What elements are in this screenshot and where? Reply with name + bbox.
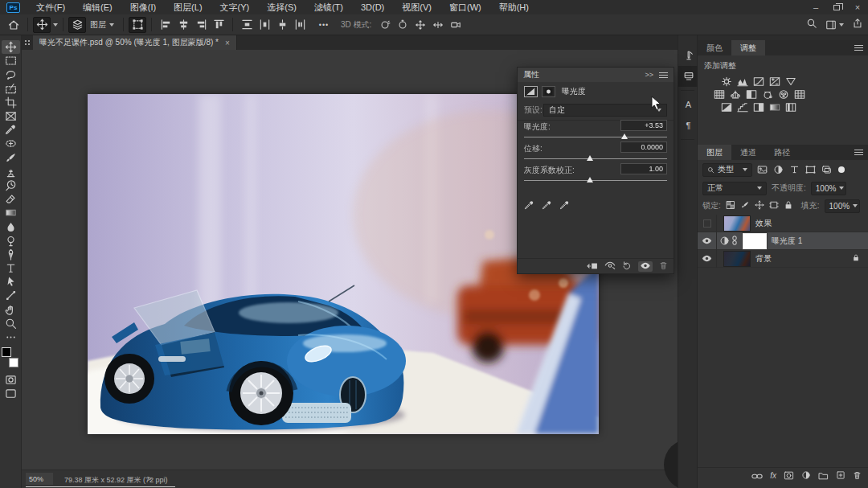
new-group-folder-icon[interactable] — [818, 469, 829, 483]
exposure-icon[interactable] — [768, 76, 781, 87]
history-panel-icon[interactable] — [678, 45, 698, 66]
3d-orbit-icon[interactable] — [376, 17, 394, 33]
distribute-spacing-icon[interactable] — [291, 17, 309, 33]
brightness-contrast-icon[interactable] — [720, 76, 733, 87]
align-right-edges-icon[interactable] — [192, 17, 210, 33]
panel-menu-icon[interactable] — [854, 150, 863, 155]
foreground-background-swatches[interactable] — [2, 347, 19, 368]
lock-all-icon[interactable] — [784, 200, 793, 211]
link-layers-icon[interactable] — [751, 469, 763, 483]
tab-adjustments[interactable]: 调整 — [731, 40, 765, 55]
offset-slider-track[interactable] — [524, 158, 667, 159]
tab-layers[interactable]: 图层 — [698, 145, 731, 160]
layer-mask-thumbnail-selected[interactable] — [743, 233, 767, 249]
panel-menu-icon[interactable] — [854, 45, 863, 51]
exposure-value-field[interactable]: +3.53 — [620, 120, 667, 131]
3d-roll-icon[interactable] — [394, 17, 411, 33]
document-tab[interactable]: 曝光不足课件.psd @ 50% (曝光度 1, 图层蒙版/8) * × — [33, 35, 237, 50]
invert-icon[interactable] — [720, 101, 733, 113]
black-white-icon[interactable] — [745, 88, 758, 100]
align-horizontal-centers-icon[interactable] — [174, 17, 192, 33]
layer-name[interactable]: 效果 — [755, 218, 772, 229]
threshold-icon[interactable] — [752, 101, 765, 113]
workspace-switcher[interactable] — [825, 19, 844, 31]
menu-type[interactable]: 文字(Y) — [211, 2, 259, 14]
curves-icon[interactable] — [752, 76, 765, 87]
menu-view[interactable]: 视图(V) — [393, 2, 440, 14]
delete-layer-trash-icon[interactable] — [853, 469, 862, 483]
layer-row-effects[interactable]: 效果 — [698, 215, 868, 232]
fill-dropdown[interactable]: 100% — [825, 199, 860, 213]
menu-file[interactable]: 文件(F) — [27, 2, 74, 14]
new-adjustment-layer-icon[interactable] — [801, 469, 811, 483]
menu-help[interactable]: 帮助(H) — [490, 2, 538, 14]
gamma-slider-thumb[interactable] — [587, 177, 593, 182]
mask-link-icon[interactable] — [731, 236, 738, 247]
eyedropper-tool[interactable] — [2, 123, 20, 137]
auto-select-toggle[interactable] — [68, 17, 86, 33]
collapse-panel-icon[interactable]: >> — [645, 71, 653, 79]
hue-saturation-icon[interactable] — [713, 88, 726, 100]
opacity-dropdown[interactable]: 100% — [811, 182, 846, 195]
lock-image-pixels-icon[interactable] — [740, 200, 750, 211]
delete-adjustment-trash-icon[interactable] — [659, 260, 668, 272]
object-selection-tool[interactable] — [2, 82, 20, 96]
menu-select[interactable]: 选择(S) — [258, 2, 305, 14]
hand-tool[interactable] — [2, 303, 20, 317]
selective-color-icon[interactable] — [784, 101, 797, 113]
layer-name[interactable]: 曝光度 1 — [772, 236, 802, 247]
auto-select-target-dropdown[interactable]: 图层 — [86, 18, 118, 32]
exposure-slider-thumb[interactable] — [621, 133, 628, 139]
close-button[interactable]: × — [847, 0, 868, 14]
align-top-edges-icon[interactable] — [210, 17, 227, 33]
gradient-map-icon[interactable] — [768, 101, 781, 113]
filter-adjustment-layers-icon[interactable] — [772, 165, 784, 174]
shape-tool[interactable] — [2, 289, 20, 302]
reset-adjustment-icon[interactable] — [622, 260, 632, 272]
blur-tool[interactable] — [2, 219, 20, 233]
panel-menu-icon[interactable] — [659, 72, 668, 78]
distribute-horizontal-icon[interactable] — [256, 17, 273, 33]
tab-paths[interactable]: 路径 — [765, 145, 799, 160]
clone-stamp-tool[interactable] — [2, 165, 20, 178]
view-previous-state-icon[interactable] — [604, 261, 616, 271]
offset-slider-thumb[interactable] — [587, 155, 593, 161]
levels-icon[interactable] — [736, 76, 749, 87]
background-color-swatch[interactable] — [9, 358, 18, 367]
zoom-tool[interactable] — [2, 317, 20, 330]
layer-thumbnail[interactable] — [723, 215, 751, 232]
character-panel-icon[interactable]: A — [678, 94, 698, 115]
dodge-tool[interactable] — [2, 234, 20, 248]
foreground-color-swatch[interactable] — [2, 347, 11, 357]
menu-3d[interactable]: 3D(D) — [352, 2, 393, 12]
home-icon[interactable] — [5, 17, 23, 33]
lock-artboard-icon[interactable] — [769, 200, 779, 211]
color-balance-icon[interactable] — [729, 88, 742, 100]
paragraph-panel-icon[interactable]: ¶ — [678, 115, 698, 136]
layer-name[interactable]: 背景 — [755, 253, 772, 265]
exposure-slider-track[interactable] — [524, 137, 667, 137]
visibility-toggle-visible[interactable] — [698, 250, 717, 268]
color-lookup-icon[interactable] — [793, 88, 806, 100]
toggle-visibility-eye-icon[interactable] — [638, 261, 653, 272]
menu-window[interactable]: 窗口(W) — [440, 2, 490, 14]
tab-color[interactable]: 颜色 — [698, 40, 731, 55]
document-info[interactable]: 79.38 厘米 x 52.92 厘米 (72 ppi) — [64, 475, 168, 486]
filter-smart-objects-icon[interactable] — [821, 165, 833, 174]
layer-style-fx-icon[interactable]: fx — [770, 471, 776, 480]
tab-channels[interactable]: 通道 — [731, 145, 765, 160]
visibility-toggle-visible[interactable] — [698, 232, 717, 250]
history-brush-tool[interactable] — [2, 178, 20, 192]
eraser-tool[interactable] — [2, 192, 20, 206]
mask-badge-icon[interactable] — [542, 86, 555, 97]
photo-filter-icon[interactable] — [761, 88, 774, 100]
gamma-value-field[interactable]: 1.00 — [620, 163, 667, 174]
menu-edit[interactable]: 编辑(E) — [74, 2, 121, 14]
midtone-eyedropper-icon[interactable] — [542, 200, 552, 212]
gradient-tool[interactable] — [2, 206, 20, 219]
menu-filter[interactable]: 滤镜(T) — [305, 2, 352, 14]
clip-to-layer-icon[interactable] — [587, 261, 598, 272]
offset-value-field[interactable]: 0.0000 — [620, 141, 667, 153]
layer-thumbnail[interactable] — [723, 251, 751, 267]
move-tool[interactable] — [2, 40, 20, 54]
